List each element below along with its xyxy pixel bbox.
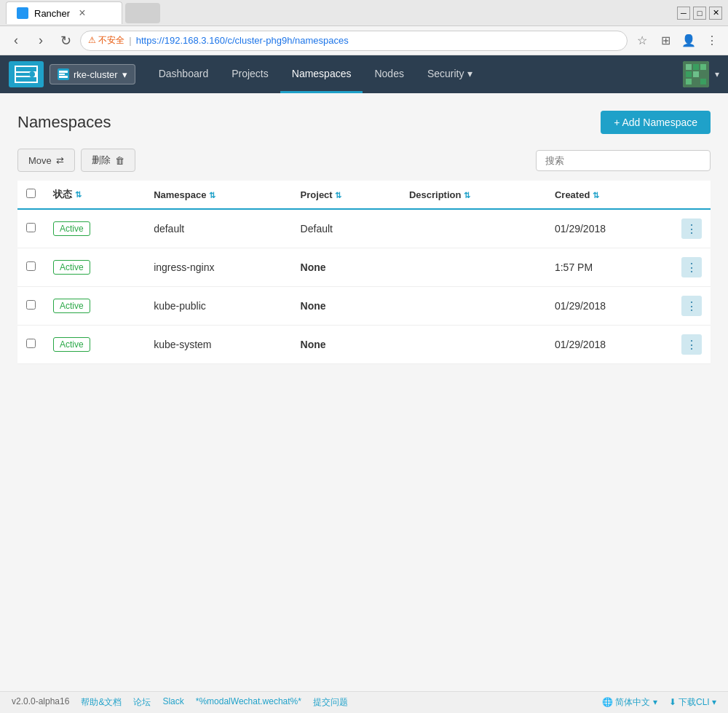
download-cli-button[interactable]: ⬇ 下载CLI ▾ [669, 696, 716, 709]
close-button[interactable]: ✕ [709, 7, 722, 20]
svg-rect-1 [16, 73, 29, 76]
status-header-label: 状态 [53, 189, 72, 200]
status-column-header[interactable]: 状态 ⇅ [44, 181, 145, 209]
avatar-icon [683, 61, 709, 87]
language-selector[interactable]: 🌐 简体中文 ▾ [602, 696, 657, 709]
page-title: Namespaces [17, 113, 111, 132]
row-status-2: Active [44, 287, 145, 326]
created-column-header[interactable]: Created ⇅ [546, 181, 673, 209]
row-checkbox-2[interactable] [26, 300, 36, 310]
namespace-sort-icon: ⇅ [209, 191, 215, 200]
bookmark-button[interactable]: ☆ [632, 31, 652, 51]
row-checkbox-3[interactable] [26, 339, 36, 348]
row-project-1: None [292, 248, 400, 287]
app-navbar: rke-cluster ▾ Dashboard Projects Namespa… [0, 55, 728, 93]
description-sort-icon: ⇅ [464, 191, 470, 200]
row-status-1: Active [44, 248, 145, 287]
row-description-0 [400, 209, 546, 248]
description-header-label: Description [409, 189, 462, 200]
row-created-1: 1:57 PM [546, 248, 673, 287]
row-created-3: 01/29/2018 [546, 326, 673, 364]
svg-rect-13 [700, 71, 706, 77]
footer-forum-link[interactable]: 论坛 [133, 696, 151, 709]
tab-close-button[interactable]: × [79, 7, 85, 20]
address-bar: ‹ › ↻ ⚠ 不安全 | https://192.168.3.160/c/cl… [0, 26, 728, 55]
forward-button[interactable]: › [31, 31, 51, 51]
delete-button[interactable]: 删除 🗑 [81, 149, 135, 172]
nav-security[interactable]: Security ▾ [416, 55, 484, 93]
footer-help-link[interactable]: 帮助&文档 [81, 696, 122, 709]
move-button-label: Move [28, 155, 52, 166]
trash-icon: 🗑 [115, 155, 124, 166]
svg-point-3 [29, 71, 35, 77]
project-column-header[interactable]: Project ⇅ [292, 181, 400, 209]
menu-button[interactable]: ⋮ [702, 31, 722, 51]
nav-nodes[interactable]: Nodes [363, 55, 415, 93]
footer-wechat-link[interactable]: *%modalWechat.wechat%* [196, 696, 301, 709]
created-header-label: Created [555, 189, 590, 200]
user-avatar-image [683, 61, 709, 87]
row-checkbox-0[interactable] [26, 223, 36, 232]
nav-right: ▾ [683, 61, 719, 87]
status-badge-1: Active [53, 260, 90, 275]
nav-dashboard[interactable]: Dashboard [147, 55, 221, 93]
table-row: Active kube-system None 01/29/2018 ⋮ [17, 326, 711, 364]
row-namespace-1: ingress-nginx [145, 248, 291, 287]
user-profile-button[interactable]: 👤 [678, 31, 699, 51]
add-namespace-button[interactable]: + Add Namespace [601, 111, 711, 134]
row-action-button-2[interactable]: ⋮ [681, 296, 702, 316]
brand-logo-inner [15, 66, 38, 83]
brand-logo [9, 61, 44, 87]
row-checkbox-1[interactable] [26, 261, 36, 271]
footer-issues-link[interactable]: 提交问题 [313, 696, 348, 709]
table-body: Active default Default 01/29/2018 ⋮ Acti… [17, 209, 711, 364]
footer-slack-link[interactable]: Slack [162, 696, 183, 709]
row-action-button-3[interactable]: ⋮ [681, 334, 702, 355]
user-avatar[interactable] [683, 61, 709, 87]
nav-namespaces[interactable]: Namespaces [280, 55, 363, 93]
row-namespace-2: kube-public [145, 287, 291, 326]
nav-security-label: Security [427, 68, 464, 79]
back-button[interactable]: ‹ [6, 31, 26, 51]
browser-tab[interactable]: Rancher × [6, 1, 122, 24]
status-badge-2: Active [53, 299, 90, 313]
extensions-button[interactable]: ⊞ [655, 31, 676, 51]
status-badge-0: Active [53, 221, 90, 236]
svg-rect-8 [686, 64, 692, 70]
cluster-selector[interactable]: rke-cluster ▾ [50, 64, 135, 84]
browser-titlebar: Rancher × ─ □ ✕ [0, 0, 728, 26]
project-header-label: Project [301, 189, 333, 200]
row-action-button-0[interactable]: ⋮ [681, 218, 702, 239]
row-checkbox-cell-2 [17, 287, 44, 326]
maximize-button[interactable]: □ [693, 7, 706, 20]
app-footer: v2.0.0-alpha16 帮助&文档 论坛 Slack *%modalWec… [0, 691, 728, 713]
cluster-name: rke-cluster [74, 69, 118, 80]
nav-projects[interactable]: Projects [220, 55, 280, 93]
new-tab-area [125, 3, 160, 23]
svg-rect-15 [693, 79, 699, 84]
select-all-header [17, 181, 44, 209]
svg-rect-6 [59, 76, 68, 78]
namespace-header-label: Namespace [154, 189, 206, 200]
description-column-header[interactable]: Description ⇅ [400, 181, 546, 209]
reload-button[interactable]: ↻ [55, 31, 76, 51]
row-action-button-1[interactable]: ⋮ [681, 257, 702, 277]
user-dropdown-icon[interactable]: ▾ [715, 69, 719, 79]
select-all-checkbox[interactable] [26, 189, 36, 198]
move-button[interactable]: Move ⇄ [17, 149, 75, 172]
row-status-3: Active [44, 326, 145, 364]
minimize-button[interactable]: ─ [677, 7, 690, 20]
cluster-dropdown-icon: ▾ [122, 69, 127, 80]
rancher-logo-icon [16, 67, 36, 82]
actions-column-header [673, 181, 711, 209]
status-sort-icon: ⇅ [75, 190, 82, 199]
svg-rect-16 [700, 79, 706, 84]
table-row: Active default Default 01/29/2018 ⋮ [17, 209, 711, 248]
url-input[interactable]: ⚠ 不安全 | https://192.168.3.160/c/cluster-… [80, 31, 628, 51]
namespace-column-header[interactable]: Namespace ⇅ [145, 181, 291, 209]
security-warning: ⚠ 不安全 [88, 34, 124, 47]
row-project-2: None [292, 287, 400, 326]
tab-title: Rancher [34, 8, 70, 19]
footer-version: v2.0.0-alpha16 [12, 696, 69, 709]
search-input[interactable] [536, 150, 711, 171]
